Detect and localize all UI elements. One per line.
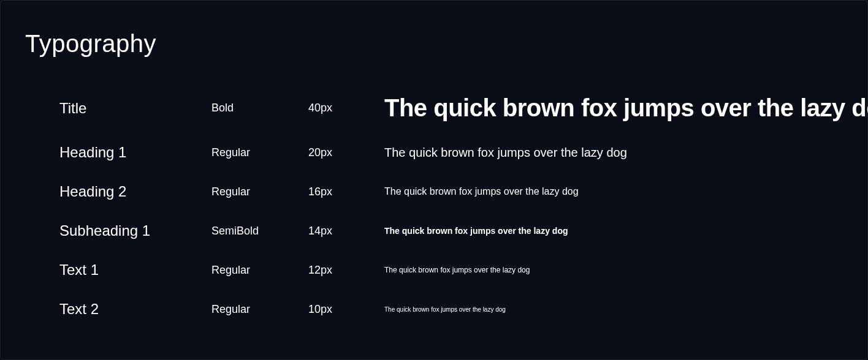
type-name: Subheading 1 (59, 222, 211, 239)
typography-row: Text 1Regular12pxThe quick brown fox jum… (59, 261, 843, 279)
typography-row: Text 2Regular10pxThe quick brown fox jum… (59, 301, 843, 318)
type-size: 16px (308, 186, 384, 198)
typography-row: Heading 2Regular16pxThe quick brown fox … (59, 183, 843, 200)
typography-panel: Typography TitleBold40pxThe quick brown … (0, 0, 868, 360)
type-size: 12px (308, 264, 384, 277)
type-name: Title (59, 100, 211, 117)
type-size: 14px (308, 225, 384, 238)
type-weight: Regular (211, 303, 308, 316)
typography-table: TitleBold40pxThe quick brown fox jumps o… (25, 94, 843, 318)
type-size: 10px (308, 303, 384, 316)
type-size: 20px (308, 146, 384, 159)
type-sample: The quick brown fox jumps over the lazy … (384, 186, 843, 197)
page-title: Typography (25, 30, 843, 58)
type-name: Text 1 (59, 261, 211, 279)
type-weight: Regular (211, 264, 308, 277)
type-sample: The quick brown fox jumps over the lazy … (384, 266, 843, 274)
type-sample: The quick brown fox jumps over the lazy … (384, 94, 868, 122)
typography-row: Heading 1Regular20pxThe quick brown fox … (59, 144, 843, 161)
typography-row: TitleBold40pxThe quick brown fox jumps o… (59, 94, 843, 122)
type-weight: Bold (211, 102, 308, 114)
type-name: Heading 2 (59, 183, 211, 200)
type-weight: SemiBold (211, 225, 308, 238)
typography-row: Subheading 1SemiBold14pxThe quick brown … (59, 222, 843, 239)
type-sample: The quick brown fox jumps over the lazy … (384, 226, 843, 236)
type-sample: The quick brown fox jumps over the lazy … (384, 306, 843, 313)
type-name: Text 2 (59, 301, 211, 318)
type-size: 40px (308, 102, 384, 114)
type-name: Heading 1 (59, 144, 211, 161)
type-weight: Regular (211, 186, 308, 198)
type-weight: Regular (211, 146, 308, 159)
type-sample: The quick brown fox jumps over the lazy … (384, 146, 843, 160)
